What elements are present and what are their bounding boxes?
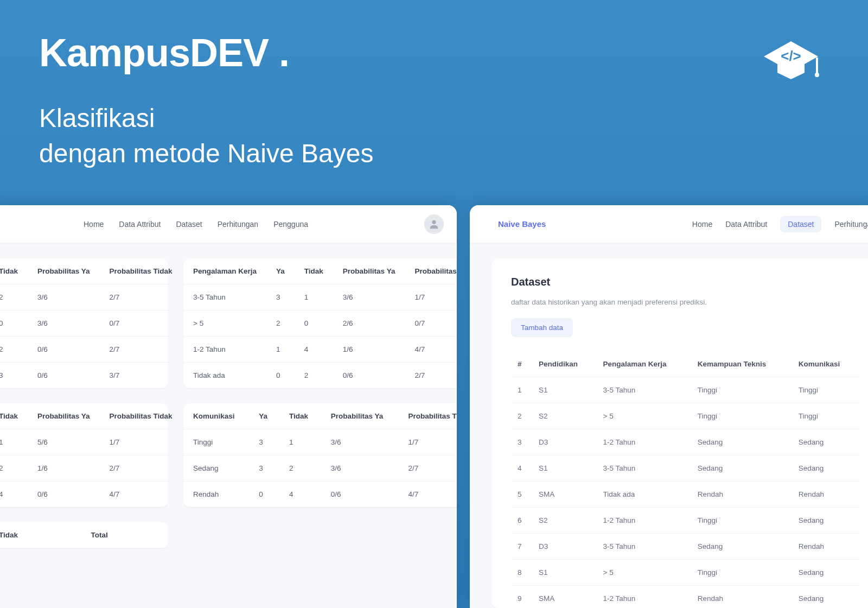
table-cell: 4 (0, 482, 28, 508)
table-cell: 2/7 (405, 363, 457, 389)
card-pengalaman: Pengalaman KerjaYaTidakProbabilitas YaPr… (183, 258, 457, 388)
table-header: Probabilitas Ya (28, 258, 100, 284)
nav2-home[interactable]: Home (692, 220, 712, 229)
table-cell: 1/7 (405, 284, 457, 311)
body-right: Dataset daftar data historikan yang akan… (470, 243, 868, 608)
svg-text:</>: </> (781, 48, 801, 64)
table-cell: 2/6 (333, 311, 405, 337)
user-icon (428, 218, 440, 230)
table-row: 20/62/7 (0, 337, 182, 363)
table-cell: > 5 (183, 311, 266, 337)
table-cell: 9 (511, 586, 532, 609)
table-row: 9SMA1-2 TahunRendahSedang (511, 586, 859, 609)
table-cell: 2 (0, 337, 28, 363)
table-cell: 3-5 Tahun (597, 377, 691, 403)
table-cell: Sedang (691, 455, 792, 482)
table-cell: 2 (0, 284, 28, 311)
table-cell: Tinggi (792, 377, 859, 403)
table-cell: 0 (266, 363, 295, 389)
table-cell: 2 (511, 403, 532, 429)
avatar[interactable] (424, 214, 444, 234)
table-cell: 3/6 (321, 429, 399, 455)
table-cell: > 5 (597, 560, 691, 586)
dataset-card: Dataset daftar data historikan yang akan… (492, 258, 868, 608)
card-table3: TidakProbabilitas YaProbabilitas Tidak15… (0, 403, 168, 507)
table-header: Kemampuan Teknis (691, 351, 792, 377)
table-cell: 1-2 Tahun (183, 337, 266, 363)
nav-right: Home Data Attribut Dataset Perhitungan (692, 216, 868, 232)
table-cell: D3 (532, 429, 597, 455)
table-header: Probabilitas Ya (28, 403, 100, 429)
card-table5: TidakTotal (0, 522, 168, 548)
panel-perhitungan: Home Data Attribut Dataset Perhitungan P… (0, 205, 457, 608)
hero-line1: Klasifikasi (39, 104, 155, 132)
table-cell: 3 (266, 284, 295, 311)
brand-small[interactable]: Naive Bayes (498, 219, 546, 229)
table-cell: 1/7 (399, 429, 457, 455)
table-row: 03/60/7 (0, 311, 182, 337)
table-row: > 5202/60/7 (183, 311, 457, 337)
table-cell: D3 (532, 534, 597, 560)
nav-perhitungan[interactable]: Perhitungan (218, 220, 259, 229)
table-cell: 4 (295, 337, 333, 363)
add-data-button[interactable]: Tambah data (511, 318, 573, 337)
svg-point-1 (815, 73, 819, 77)
table-cell: 0/6 (28, 482, 100, 508)
nav2-data-attribut[interactable]: Data Attribut (725, 220, 767, 229)
table-cell: 1/6 (333, 337, 405, 363)
table-cell: 0/6 (333, 363, 405, 389)
table-cell: 3 (249, 429, 279, 455)
table-cell: Tinggi (792, 403, 859, 429)
table-header: Probabilitas Tidak (100, 403, 182, 429)
nav-pengguna[interactable]: Pengguna (273, 220, 308, 229)
table-row: 3-5 Tahun313/61/7 (183, 284, 457, 311)
table-cell: SMA (532, 482, 597, 508)
card-komunikasi: KomunikasiYaTidakProbabilitas YaProbabil… (183, 403, 457, 507)
table-cell: > 5 (597, 403, 691, 429)
table-cell: Sedang (792, 455, 859, 482)
table-cell: Sedang (792, 586, 859, 609)
table-cell: 0/6 (28, 337, 100, 363)
komunikasi-table: KomunikasiYaTidakProbabilitas YaProbabil… (183, 403, 457, 507)
table-header: Probabilitas Ya (321, 403, 399, 429)
table-cell: 4 (511, 455, 532, 482)
table-cell: 2 (0, 455, 28, 482)
nav-data-attribut[interactable]: Data Attribut (119, 220, 161, 229)
table-row: 40/64/7 (0, 482, 182, 508)
table-row: 23/62/7 (0, 284, 182, 311)
prob-table-5: TidakTotal (0, 522, 168, 548)
panels: Home Data Attribut Dataset Perhitungan P… (0, 205, 868, 608)
nav2-perhitungan[interactable]: Perhitungan (834, 220, 868, 229)
left-column: TidakProbabilitas YaProbabilitas Tidak23… (0, 258, 168, 608)
table-header: Tidak (279, 403, 321, 429)
right-column: Pengalaman KerjaYaTidakProbabilitas YaPr… (183, 258, 457, 608)
table-row: 7D33-5 TahunSedangRendah (511, 534, 859, 560)
table-cell: 5/6 (28, 429, 100, 455)
table-cell: 1-2 Tahun (597, 508, 691, 534)
table-cell: 3-5 Tahun (597, 455, 691, 482)
table-cell: 1 (295, 284, 333, 311)
topbar-right: Naive Bayes Home Data Attribut Dataset P… (470, 205, 868, 243)
table-row: 15/61/7 (0, 429, 182, 455)
hero-line2: dengan metode Naive Bayes (39, 139, 373, 168)
table-cell: Sedang (691, 534, 792, 560)
nav-home[interactable]: Home (84, 220, 104, 229)
table-header: Probabilitas Tidak (405, 258, 457, 284)
nav2-dataset[interactable]: Dataset (780, 216, 821, 232)
table-cell: S1 (532, 560, 597, 586)
table-row: 21/62/7 (0, 455, 182, 482)
table-cell: 3/6 (28, 284, 100, 311)
table-cell: 3/6 (28, 311, 100, 337)
table-cell: Tinggi (183, 429, 249, 455)
table-cell: 1-2 Tahun (597, 586, 691, 609)
table-header: Ya (249, 403, 279, 429)
table-row: 5SMATidak adaRendahRendah (511, 482, 859, 508)
table-cell: 0 (0, 311, 28, 337)
brand-title: KampusDEV . (39, 30, 829, 75)
table-cell: 0 (295, 311, 333, 337)
table-cell: Sedang (691, 429, 792, 455)
table-cell: 1 (266, 337, 295, 363)
nav-dataset[interactable]: Dataset (176, 220, 202, 229)
table-cell: 3-5 Tahun (183, 284, 266, 311)
table-cell: 0/6 (321, 482, 399, 508)
